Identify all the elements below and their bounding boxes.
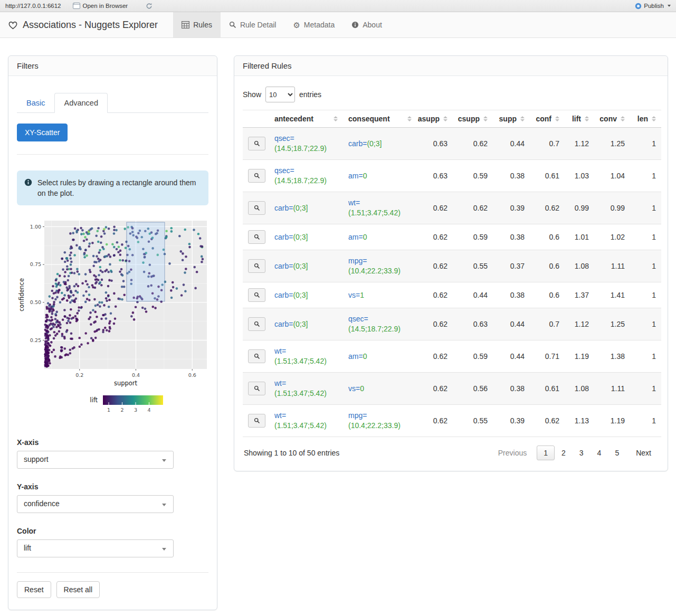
len-cell: 1 [630, 282, 661, 308]
magnifier-icon [254, 234, 260, 240]
svg-text:0.6: 0.6 [188, 372, 196, 378]
sort-icons [621, 116, 625, 121]
refresh-button[interactable] [146, 3, 153, 10]
pagination-page-2[interactable]: 2 [555, 446, 573, 460]
x-axis-label: X-axis [17, 438, 208, 447]
y-axis-label: Y-axis [17, 482, 208, 491]
rule-detail-button[interactable] [248, 349, 265, 363]
scatter-plot-container[interactable]: 0.20.40.60.250.500.751.00supportconfiden… [17, 216, 208, 422]
pagination-page-5[interactable]: 5 [608, 446, 626, 460]
tab-metadata[interactable]: ⚙Metadata [284, 12, 343, 37]
rule-detail-button[interactable] [248, 288, 265, 302]
len-cell: 1 [630, 224, 661, 250]
brand-heart-icon [8, 21, 18, 30]
rules-table-container: antecedentconsequentasuppcsuppsuppconfli… [243, 110, 659, 437]
rule-detail-button[interactable] [248, 414, 265, 428]
navbar: Associations - Nuggets Explorer RulesRul… [0, 12, 676, 38]
lift-cell: 1.13 [565, 405, 594, 437]
antecedent-cell: qsec=(14.5;18.7;22.9) [269, 128, 343, 160]
lift-cell: 0.99 [565, 192, 594, 224]
color-select[interactable]: lift [17, 539, 174, 557]
filtered-rules-panel: Filtered Rules Show 10 entries anteceden… [234, 55, 668, 471]
len-cell: 1 [630, 192, 661, 224]
pagination-page-4[interactable]: 4 [591, 446, 608, 460]
rule-detail-button[interactable] [248, 137, 265, 150]
supp-cell: 0.39 [493, 405, 530, 437]
viewer-url[interactable]: http://127.0.0.1:6612 [5, 3, 61, 9]
page-length-select[interactable]: 10 [265, 87, 295, 102]
sort-icons [407, 116, 412, 121]
asupp-cell: 0.62 [417, 373, 453, 405]
antecedent-cell: carb=(0;3] [269, 224, 343, 250]
brush-hint-alert: Select rules by drawing a rectangle arou… [17, 170, 208, 205]
len-cell: 1 [630, 405, 661, 437]
column-header-conf[interactable]: conf [530, 110, 565, 128]
publish-button[interactable]: Publish [635, 3, 671, 10]
antecedent-cell: carb=(0;3] [269, 308, 343, 340]
filters-tab-basic[interactable]: Basic [17, 93, 54, 113]
conv-cell: 1.04 [594, 160, 630, 192]
y-axis-select[interactable]: confidence [17, 495, 174, 513]
magnifier-icon [254, 385, 260, 392]
reset-all-button[interactable]: Reset all [56, 581, 100, 598]
sort-icons [585, 116, 589, 121]
svg-text:3: 3 [134, 407, 137, 413]
y-axis-selected-value: confidence [24, 499, 60, 508]
csupp-cell: 0.62 [453, 192, 493, 224]
tab-rule-detail[interactable]: Rule Detail [221, 12, 284, 37]
asupp-cell: 0.62 [417, 224, 453, 250]
csupp-cell: 0.59 [453, 160, 493, 192]
table-row: wt=(1.51;3.47;5.42)vs=00.620.560.380.611… [243, 373, 661, 405]
tab-label: About [363, 21, 382, 29]
tab-about[interactable]: About [343, 12, 391, 37]
conf-cell: 0.7 [530, 128, 565, 160]
reset-button[interactable]: Reset [17, 581, 51, 598]
column-header-csupp[interactable]: csupp [453, 110, 493, 128]
supp-cell: 0.44 [493, 128, 530, 160]
svg-text:0.50: 0.50 [30, 299, 41, 305]
rule-detail-button[interactable] [248, 259, 265, 273]
pagination-previous[interactable]: Previous [491, 446, 534, 460]
consequent-cell: am=0 [343, 340, 417, 373]
brush-selection[interactable] [127, 222, 165, 301]
csupp-cell: 0.63 [453, 308, 493, 340]
conf-cell: 0.7 [530, 308, 565, 340]
tab-rules[interactable]: Rules [173, 12, 221, 37]
pagination-page-3[interactable]: 3 [573, 446, 591, 460]
rule-detail-button[interactable] [248, 201, 265, 215]
conv-cell: 1.11 [594, 373, 630, 405]
publish-caret-icon [668, 5, 671, 7]
antecedent-cell: wt=(1.51;3.47;5.42) [269, 373, 343, 405]
conf-cell: 0.6 [530, 282, 565, 308]
rule-detail-button[interactable] [248, 230, 265, 244]
supp-cell: 0.37 [493, 250, 530, 282]
rule-detail-button[interactable] [248, 169, 265, 183]
pagination-page-1[interactable]: 1 [537, 446, 555, 460]
rule-detail-button[interactable] [248, 317, 265, 331]
column-header-asupp[interactable]: asupp [417, 110, 453, 128]
rule-detail-button[interactable] [248, 382, 265, 395]
open-in-browser-button[interactable]: Open in Browser [73, 3, 128, 9]
xy-scatter-button[interactable]: XY-Scatter [17, 124, 68, 141]
x-axis-selected-value: support [24, 455, 49, 463]
filters-tab-advanced[interactable]: Advanced [54, 93, 108, 113]
column-header-consequent[interactable]: consequent [343, 110, 417, 128]
divider [17, 154, 208, 155]
column-header-action [243, 110, 269, 128]
csupp-cell: 0.55 [453, 405, 493, 437]
column-header-antecedent[interactable]: antecedent [269, 110, 343, 128]
sort-icons [555, 116, 559, 121]
magnifier-icon [254, 321, 260, 327]
column-header-lift[interactable]: lift [565, 110, 594, 128]
asupp-cell: 0.63 [417, 128, 453, 160]
pagination: Previous12345Next [491, 446, 658, 460]
column-header-len[interactable]: len [630, 110, 661, 128]
svg-text:4: 4 [147, 407, 150, 413]
pagination-next[interactable]: Next [629, 446, 658, 460]
scatter-plot[interactable]: 0.20.40.60.250.500.751.00supportconfiden… [17, 216, 210, 421]
x-axis-select[interactable]: support [17, 451, 174, 469]
color-selected-value: lift [24, 544, 31, 552]
lift-cell: 1.03 [565, 160, 594, 192]
column-header-supp[interactable]: supp [493, 110, 530, 128]
column-header-conv[interactable]: conv [594, 110, 630, 128]
